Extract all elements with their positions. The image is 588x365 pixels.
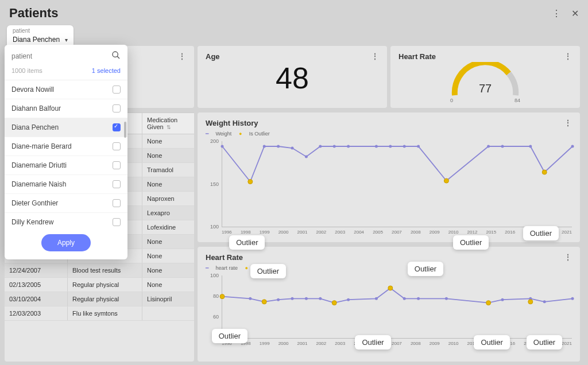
patient-list-item[interactable]: Diana Penchen: [5, 118, 127, 137]
patient-list-item[interactable]: Dianemarie Driutti: [5, 156, 127, 175]
page-title: Patients: [9, 6, 552, 21]
patient-list-item[interactable]: Diane-marie Berard: [5, 137, 127, 156]
weight-legend: ━ Weight ● Is Outlier: [198, 131, 580, 139]
checkbox[interactable]: [113, 218, 121, 226]
heart-rate-history-card: Heart Rate⋮ ━ heart rate ● Is Outlier 10…: [198, 247, 580, 362]
svg-point-41: [220, 294, 225, 299]
svg-point-3: [277, 145, 280, 148]
patient-name: Devora Nowill: [11, 86, 54, 94]
svg-point-12: [417, 145, 420, 148]
checkbox[interactable]: [113, 86, 121, 94]
chip-label: patient: [13, 28, 68, 34]
patient-list-item[interactable]: Diahann Balfour: [5, 99, 127, 118]
more-icon[interactable]: ⋮: [552, 8, 561, 19]
hr-min: 0: [450, 98, 453, 103]
svg-line-48: [117, 56, 119, 59]
patient-name: Dilly Kendrew: [11, 218, 53, 226]
svg-point-34: [417, 297, 420, 300]
card-more-icon[interactable]: ⋮: [564, 118, 572, 127]
patient-name: Diahann Balfour: [11, 104, 61, 112]
selected-count[interactable]: 1 selected: [92, 67, 121, 74]
table-row[interactable]: 12/24/2007Blood test resultsNone: [5, 263, 194, 278]
outlier-label: Outlier: [527, 335, 562, 350]
svg-point-35: [445, 297, 448, 300]
svg-point-30: [347, 298, 350, 301]
checkbox[interactable]: [113, 161, 121, 169]
card-more-icon[interactable]: ⋮: [564, 253, 572, 262]
svg-point-18: [571, 145, 574, 148]
svg-point-39: [543, 300, 546, 303]
checkbox[interactable]: [113, 142, 121, 150]
svg-point-28: [319, 297, 322, 300]
outlier-label: Outlier: [453, 235, 489, 250]
svg-point-14: [487, 145, 490, 148]
chevron-down-icon: ▾: [65, 37, 68, 43]
checkbox[interactable]: [113, 104, 121, 112]
svg-point-46: [528, 300, 533, 304]
svg-point-15: [501, 145, 504, 148]
patient-name: Diana Penchen: [11, 123, 59, 131]
svg-point-33: [403, 297, 406, 300]
sort-icon[interactable]: ⇅: [167, 125, 171, 130]
svg-point-37: [501, 298, 504, 301]
patient-name: Dianemarie Driutti: [11, 161, 67, 169]
weight-title: Weight History: [206, 119, 258, 127]
checkbox[interactable]: [113, 180, 121, 188]
chip-value: Diana Penchen: [13, 36, 60, 44]
table-row[interactable]: 02/13/2005Regular physicalNone: [5, 278, 194, 292]
outlier-label: Outlier: [408, 262, 443, 276]
svg-point-4: [291, 147, 294, 150]
patient-list-item[interactable]: Devora Nowill: [5, 80, 127, 99]
svg-point-20: [444, 178, 448, 183]
svg-point-19: [248, 180, 253, 184]
svg-point-45: [486, 301, 491, 305]
patient-list-item[interactable]: Dieter Gonthier: [5, 194, 127, 213]
weight-history-card: Weight History⋮ ━ Weight ● Is Outlier 20…: [198, 112, 580, 242]
age-card: Age⋮ 48: [198, 46, 387, 108]
svg-point-6: [319, 145, 322, 148]
svg-point-11: [403, 145, 406, 148]
svg-point-0: [221, 145, 224, 148]
weight-chart: 200 150 100 Outlier Outlier Outlier: [222, 141, 572, 227]
outlier-label: Outlier: [229, 235, 265, 250]
patient-list[interactable]: Devora NowillDiahann BalfourDiana Penche…: [5, 80, 127, 227]
svg-point-16: [529, 145, 532, 148]
hr-label: Heart Rate: [399, 52, 436, 61]
patient-search-input[interactable]: [11, 52, 111, 60]
hr-chart: 100 80 60 40 Outlier Outlier Outlier Out…: [222, 275, 572, 339]
card-more-icon[interactable]: ⋮: [178, 52, 186, 61]
outlier-label: Outlier: [212, 329, 247, 343]
svg-point-43: [332, 301, 336, 305]
svg-point-31: [375, 297, 378, 300]
svg-point-10: [389, 145, 392, 148]
svg-point-40: [571, 297, 574, 300]
checkbox[interactable]: [113, 123, 121, 131]
search-icon[interactable]: [111, 51, 121, 61]
age-value: 48: [198, 61, 387, 95]
svg-point-47: [113, 52, 118, 57]
svg-point-21: [542, 170, 547, 174]
table-row[interactable]: 03/10/2004Regular physicalLisinopril: [5, 292, 194, 306]
patient-name: Diane-marie Berard: [11, 142, 72, 150]
svg-point-42: [262, 300, 266, 304]
scrollbar-thumb[interactable]: [124, 122, 126, 138]
patient-list-item[interactable]: Dilly Kendrew: [5, 213, 127, 227]
hr-value: 77: [448, 82, 523, 95]
svg-point-5: [305, 156, 308, 158]
patient-name: Dianemarie Naish: [11, 180, 66, 188]
svg-point-2: [263, 145, 266, 148]
apply-button[interactable]: Apply: [41, 234, 91, 251]
svg-point-7: [333, 145, 336, 148]
heart-rate-card: Heart Rate⋮ 77 084: [390, 46, 580, 108]
card-more-icon[interactable]: ⋮: [564, 52, 572, 61]
hr-max: 84: [514, 98, 520, 103]
outlier-label: Outlier: [355, 335, 390, 350]
item-count: 1000 items: [11, 67, 42, 74]
card-more-icon[interactable]: ⋮: [371, 52, 379, 61]
checkbox[interactable]: [113, 199, 121, 207]
close-icon[interactable]: ✕: [571, 8, 579, 19]
table-row[interactable]: 12/03/2003Flu like symtons: [5, 306, 194, 321]
patient-list-item[interactable]: Dianemarie Naish: [5, 175, 127, 194]
svg-point-8: [347, 145, 350, 148]
svg-point-27: [305, 297, 308, 300]
